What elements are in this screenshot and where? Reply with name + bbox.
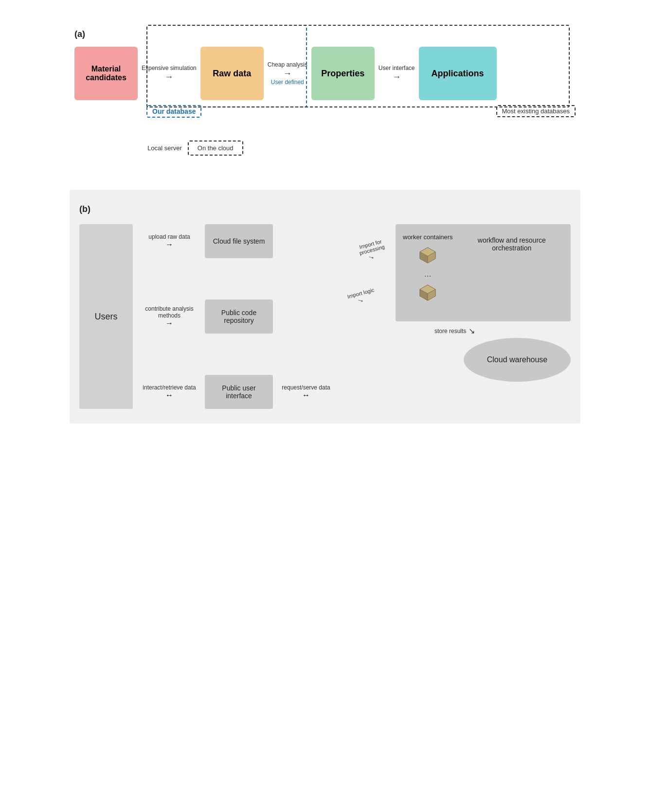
arrow-1: Expensive simulation → xyxy=(142,65,197,83)
row1-arrow: → xyxy=(138,240,201,249)
import-logic: Import logic → xyxy=(347,290,375,305)
right-area: Import for processing → Import logic → w… xyxy=(396,224,571,409)
orchestration-label: workflow and resource orchestration xyxy=(460,231,563,252)
row3-right-label: request/serve data xyxy=(282,384,330,391)
import-for-processing: Import for processing → xyxy=(347,241,396,262)
import-arrows: Import for processing → Import logic → xyxy=(347,234,396,312)
arrow3-line: → xyxy=(392,72,401,82)
row3-right-block: request/serve data ↔ xyxy=(277,384,335,400)
box-rawdata: Raw data xyxy=(200,47,264,100)
row1-action-label: upload raw data xyxy=(148,233,190,240)
box-properties: Properties xyxy=(311,47,375,100)
users-label: Users xyxy=(94,312,117,322)
store-results-label: store results xyxy=(434,328,466,335)
arrow-3: User interface → xyxy=(379,65,415,83)
row1-action-block: upload raw data → xyxy=(138,233,201,249)
store-results-area: store results ↘ Cloud warehouse xyxy=(396,326,571,382)
row3-action-label: interact/retrieve data xyxy=(143,384,196,391)
section-a-label: (a) xyxy=(74,29,576,39)
cloud-warehouse-label: Cloud warehouse xyxy=(487,355,548,364)
arrow2-line: → xyxy=(283,69,292,79)
section-b-label: (b) xyxy=(79,204,571,214)
most-existing-label: Most existing databases xyxy=(496,105,576,117)
arrow2-bottom-label: User defined xyxy=(271,79,304,86)
on-cloud-box: On the cloud xyxy=(188,141,243,156)
cube-icon-1 xyxy=(418,246,437,265)
our-database-label: Our database xyxy=(146,105,201,118)
worker-label-title: worker containers xyxy=(403,231,453,242)
labels-row: Our database Most existing databases xyxy=(74,103,576,132)
arrow1-label: Expensive simulation xyxy=(142,65,197,72)
box-cloud-filesystem: Cloud file system xyxy=(205,224,273,258)
local-server-label: Local server xyxy=(147,144,182,152)
dots-label: ... xyxy=(424,269,432,279)
users-column: Users xyxy=(79,224,133,409)
worker-containers-label: worker containers xyxy=(403,233,453,241)
worker-containers-col: worker containers ... xyxy=(403,231,453,302)
cloud-warehouse: Cloud warehouse xyxy=(464,338,571,382)
store-results-row: store results ↘ xyxy=(396,326,475,335)
section-a: (a) Material candidates Expensive simula… xyxy=(70,19,580,175)
server-row: Local server On the cloud xyxy=(74,141,576,156)
arrow1-line: → xyxy=(164,72,173,82)
row2-action-block: contribute analysis methods → xyxy=(138,305,201,328)
section-b-inner: Users upload raw data → Cloud file syste… xyxy=(79,224,571,409)
row3-action-block: interact/retrieve data ↔ xyxy=(138,384,201,400)
arrow2-top-label: Cheap analysis xyxy=(268,61,307,69)
cube-icon-2 xyxy=(418,283,437,302)
arrow3-label: User interface xyxy=(379,65,415,72)
flow-b-row-3: interact/retrieve data ↔ Public user int… xyxy=(138,375,393,409)
box-applications: Applications xyxy=(419,47,497,100)
section-b: (b) Users upload raw data → Cloud file s… xyxy=(70,190,580,424)
box-material: Material candidates xyxy=(74,47,138,100)
row2-action-label: contribute analysis methods xyxy=(138,305,201,319)
page-container: (a) Material candidates Expensive simula… xyxy=(70,19,580,424)
box-user-interface: Public user interface xyxy=(205,375,273,409)
row3-arrow: ↔ xyxy=(138,391,201,400)
orchestration-box: Import for processing → Import logic → w… xyxy=(396,224,571,321)
flow-row-a: Material candidates Expensive simulation… xyxy=(74,47,576,100)
box-code-repo: Public code repository xyxy=(205,300,273,334)
row2-arrow: → xyxy=(138,319,201,328)
arrow-2: Cheap analysis → User defined xyxy=(268,61,307,86)
